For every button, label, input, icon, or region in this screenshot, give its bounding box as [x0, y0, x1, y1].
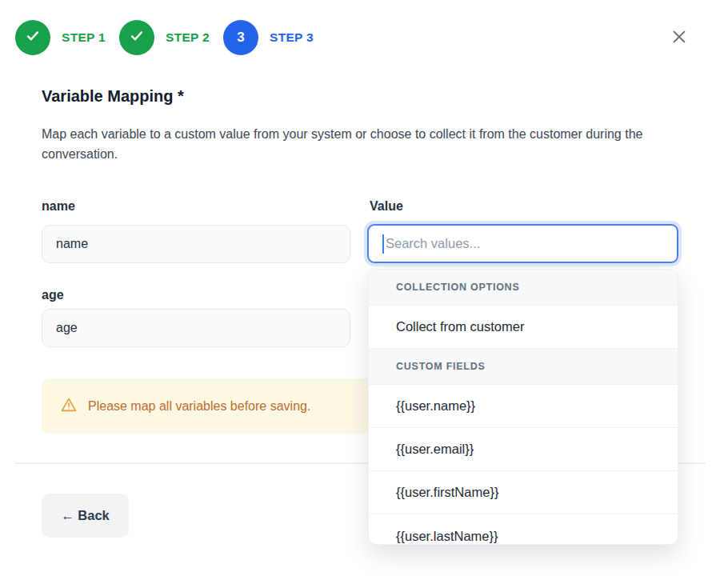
option-user-firstname[interactable]: {{user.firstName}} [369, 471, 678, 514]
group-header-collection-options: COLLECTION OPTIONS [369, 270, 678, 306]
value-column-label: Value [370, 199, 403, 214]
option-user-name[interactable]: {{user.name}} [369, 385, 678, 428]
option-collect-from-customer[interactable]: Collect from customer [369, 306, 678, 349]
option-user-lastname[interactable]: {{user.lastName}} [369, 514, 678, 544]
option-user-email[interactable]: {{user.email}} [369, 428, 678, 471]
back-button[interactable]: ← Back [42, 494, 129, 538]
page-title: Variable Mapping * [42, 87, 184, 106]
warning-message: Please map all variables before saving. [88, 399, 310, 414]
step-3-current-badge: 3 [223, 20, 258, 55]
step-2-complete-badge [119, 20, 154, 55]
variable-name-label: name [42, 199, 75, 214]
check-icon [24, 27, 42, 48]
variable-age-input[interactable] [42, 309, 350, 347]
step-1[interactable]: STEP 1 [15, 20, 106, 55]
close-button[interactable] [668, 26, 690, 49]
step-3-number: 3 [237, 30, 244, 46]
step-3-label: STEP 3 [270, 30, 314, 45]
step-1-complete-badge [15, 20, 50, 55]
variable-name-input[interactable] [42, 225, 350, 263]
warning-icon [60, 396, 78, 417]
description-text: Map each variable to a custom value from… [42, 125, 667, 164]
value-search-combobox[interactable] [367, 224, 678, 263]
step-3[interactable]: 3 STEP 3 [223, 20, 314, 55]
text-cursor [382, 234, 384, 254]
variable-age-label: age [42, 288, 64, 302]
value-options-dropdown: COLLECTION OPTIONS Collect from customer… [369, 270, 678, 544]
step-2[interactable]: STEP 2 [119, 20, 210, 55]
wizard-stepper: STEP 1 STEP 2 3 STEP 3 [15, 20, 327, 55]
step-1-label: STEP 1 [62, 30, 106, 45]
check-icon [128, 27, 146, 48]
step-2-label: STEP 2 [166, 30, 210, 45]
search-input[interactable] [369, 226, 677, 262]
close-icon [670, 28, 688, 48]
group-header-custom-fields: CUSTOM FIELDS [369, 349, 678, 385]
